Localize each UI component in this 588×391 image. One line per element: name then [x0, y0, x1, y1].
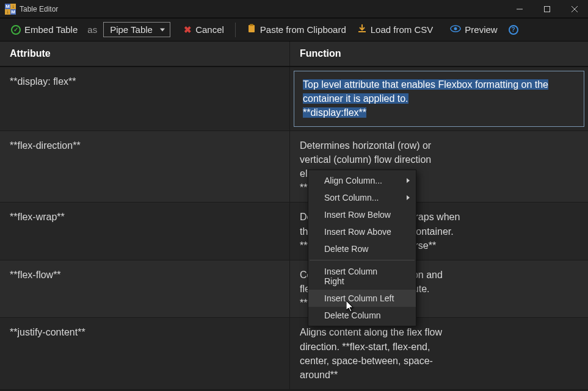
ctx-align-column[interactable]: Align Column...: [308, 172, 416, 189]
cell-attribute[interactable]: **flex-flow**: [0, 260, 290, 318]
help-button[interactable]: ?: [505, 23, 522, 37]
ctx-sort-column[interactable]: Sort Column...: [308, 189, 416, 206]
table-row: **flex-wrap** Determines how content wra…: [0, 203, 588, 260]
cell-attribute[interactable]: **display: flex**: [0, 67, 290, 131]
table-header-row: Attribute Function: [0, 41, 588, 67]
minimize-button[interactable]: [506, 0, 533, 18]
svg-point-8: [454, 27, 457, 30]
load-csv-button[interactable]: Load from CSV: [354, 21, 437, 38]
app-icon: M ↓ ↓ M: [5, 4, 16, 15]
csv-label: Load from CSV: [371, 24, 434, 35]
help-icon: ?: [509, 25, 518, 35]
svg-rect-4: [249, 25, 255, 32]
window-title: Table Editor: [20, 5, 506, 13]
check-icon: ✓: [11, 25, 21, 35]
ctx-insert-column-right[interactable]: Insert Column Right: [308, 263, 416, 290]
table-row: **flex-flow** Combination of flex-direct…: [0, 260, 588, 318]
maximize-button[interactable]: [533, 0, 561, 18]
cell-attribute[interactable]: **flex-direction**: [0, 131, 290, 203]
download-icon: [357, 24, 367, 35]
column-header-attribute[interactable]: Attribute: [0, 41, 290, 66]
ctx-insert-row-below[interactable]: Insert Row Below: [308, 206, 416, 223]
table-body: **display: flex** Top level attribute th…: [0, 67, 588, 390]
preview-label: Preview: [465, 24, 497, 35]
table-mode-value: Pipe Table: [110, 24, 153, 35]
cell-attribute[interactable]: **justify-content**: [0, 318, 290, 389]
embed-table-button[interactable]: ✓ Embed Table: [7, 22, 81, 37]
svg-rect-1: [544, 6, 550, 12]
context-menu: Align Column... Sort Column... Insert Ro…: [308, 170, 416, 326]
as-label: as: [87, 24, 97, 35]
table-editor: Attribute Function **display: flex** Top…: [0, 41, 588, 391]
close-button[interactable]: [561, 0, 588, 18]
selected-text-tail: **display:flex**: [303, 107, 366, 118]
preview-button[interactable]: Preview: [446, 21, 501, 38]
paste-label: Paste from Clipboard: [260, 24, 346, 35]
titlebar: M ↓ ↓ M Table Editor: [0, 0, 588, 18]
ctx-insert-column-left[interactable]: Insert Column Left: [308, 290, 416, 307]
cell-attribute[interactable]: **flex-wrap**: [0, 203, 290, 260]
cell-editor[interactable]: Top level attribute that enables Flexbox…: [294, 71, 584, 127]
cancel-button[interactable]: ✖ Cancel: [180, 22, 228, 38]
ctx-delete-column[interactable]: Delete Column: [308, 307, 416, 324]
table-row: **flex-direction** Determines horizontal…: [0, 131, 588, 203]
cancel-label: Cancel: [195, 24, 224, 35]
toolbar: ✓ Embed Table as Pipe Table ✖ Cancel Pas…: [0, 18, 588, 41]
column-header-function[interactable]: Function: [290, 41, 588, 66]
selected-text: Top level attribute that enables Flexbox…: [303, 79, 548, 104]
embed-label: Embed Table: [24, 24, 78, 35]
separator: [235, 23, 236, 37]
table-mode-select[interactable]: Pipe Table: [103, 22, 170, 37]
cell-function-editing[interactable]: Top level attribute that enables Flexbox…: [290, 67, 588, 131]
eye-icon: [450, 23, 461, 36]
table-row: **display: flex** Top level attribute th…: [0, 67, 588, 131]
svg-rect-5: [250, 24, 253, 26]
cell-function[interactable]: Aligns content along the flex flow direc…: [290, 318, 467, 389]
ctx-delete-row[interactable]: Delete Row: [308, 240, 416, 257]
cancel-icon: ✖: [184, 24, 192, 35]
clipboard-icon: [247, 24, 256, 35]
paste-button[interactable]: Paste from Clipboard: [243, 21, 350, 38]
table-row: **justify-content** Aligns content along…: [0, 318, 588, 390]
ctx-separator: [310, 260, 415, 260]
ctx-insert-row-above[interactable]: Insert Row Above: [308, 223, 416, 240]
